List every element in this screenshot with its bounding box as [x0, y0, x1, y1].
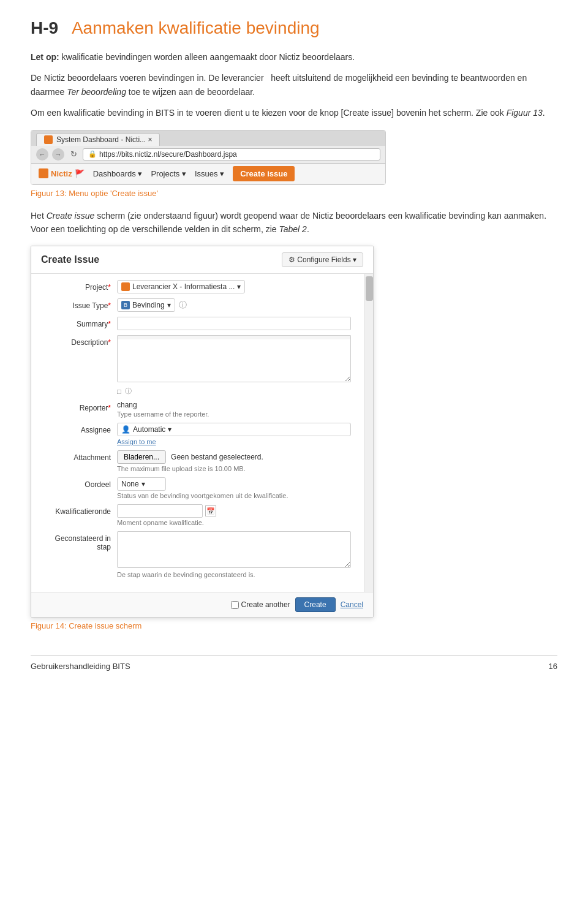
create-another-label: Create another [241, 600, 290, 609]
description-toolbar [117, 335, 351, 339]
summary-input[interactable] [117, 317, 351, 330]
dialog-scrollbar[interactable] [364, 274, 373, 592]
dialog-title: Create Issue [41, 254, 99, 265]
dialog-scrollbar-thumb [366, 276, 373, 301]
figure-13-caption: Figuur 13: Menu optie 'Create issue' [31, 189, 557, 198]
dialog-body-wrapper: Project* Leverancier X - Informatiesta .… [31, 274, 373, 592]
project-label: Project* [43, 280, 117, 292]
issuetype-value: Bevinding [132, 301, 165, 309]
project-field: Leverancier X - Informatiesta ... ▾ [117, 280, 351, 293]
issuetype-dropdown-arrow: ▾ [167, 301, 171, 309]
oordeel-label: Oordeel [43, 477, 117, 489]
reporter-field: chang Type username of the reporter. [117, 401, 351, 418]
lock-icon: 🔒 [88, 150, 97, 158]
cancel-button[interactable]: Cancel [341, 600, 363, 609]
paragraph-4: Het Create issue scherm (zie onderstaand… [31, 209, 557, 236]
paragraph-2: De Nictiz beoordelaars voeren bevindinge… [31, 71, 557, 99]
oordeel-select[interactable]: None ▾ [117, 477, 166, 491]
assignee-field: 👤 Automatic ▾ Assign to me [117, 423, 351, 445]
configure-fields-button[interactable]: ⚙ Configure Fields ▾ [282, 252, 363, 267]
browse-button[interactable]: Bladeren... [117, 450, 166, 464]
create-button[interactable]: Create [295, 597, 336, 612]
menu-dashboards[interactable]: Dashboards ▾ [93, 169, 143, 178]
assignee-label: Assignee [43, 423, 117, 434]
reporter-label: Reporter* [43, 401, 117, 412]
browser-back-btn[interactable]: ← [36, 148, 48, 161]
assignee-value: Automatic [133, 425, 165, 434]
browser-address-bar: ← → ↻ 🔒 https://bits.nictiz.nl/secure/Da… [31, 146, 385, 164]
dialog-body: Project* Leverancier X - Informatiesta .… [31, 274, 373, 592]
browser-tab[interactable]: System Dashboard - Nicti... × [36, 133, 160, 146]
attachment-label: Attachment [43, 450, 117, 462]
browser-reload-btn[interactable]: ↻ [68, 149, 79, 160]
page-title: H-9 Aanmaken kwalificatie bevinding [31, 18, 557, 38]
dialog-header: Create Issue ⚙ Configure Fields ▾ [31, 246, 373, 274]
kwal-row: 📅 [117, 504, 351, 518]
description-textarea[interactable] [117, 339, 351, 382]
browser-url: https://bits.nictiz.nl/secure/Dashboard.… [99, 150, 237, 159]
oordeel-field: None ▾ Status van de bevinding voortgeko… [117, 477, 351, 499]
dialog-footer: Create another Create Cancel [31, 592, 373, 617]
browser-forward-btn[interactable]: → [52, 148, 64, 161]
attachment-row: Bladeren... Geen bestand geselecteerd. [117, 450, 351, 464]
geconstateerd-textarea[interactable] [117, 531, 351, 568]
project-value: Leverancier X - Informatiesta ... [132, 282, 235, 291]
menu-dashboards-label: Dashboards ▾ [93, 169, 143, 178]
browser-tab-text: System Dashboard - Nicti... × [56, 135, 152, 144]
form-row-attachment: Attachment Bladeren... Geen bestand gese… [43, 450, 361, 472]
page-footer: Gebruikershandleiding BITS 16 [31, 655, 557, 671]
para1-bold: Let op: [31, 52, 59, 62]
calendar-icon[interactable]: 📅 [205, 505, 216, 516]
create-issue-button[interactable]: Create issue [233, 166, 295, 181]
issuetype-select[interactable]: B Bevinding ▾ [117, 298, 175, 312]
issue-type-icon: B [121, 301, 130, 309]
menu-issues[interactable]: Issues ▾ [195, 169, 224, 178]
kwalificatieronde-input[interactable] [117, 504, 203, 518]
no-file-text: Geen bestand geselecteerd. [171, 453, 263, 461]
create-another-checkbox[interactable] [231, 601, 239, 609]
project-select[interactable]: Leverancier X - Informatiesta ... ▾ [117, 280, 245, 293]
project-select-row: Leverancier X - Informatiesta ... ▾ [117, 280, 351, 293]
figure-14-dialog: Create Issue ⚙ Configure Fields ▾ Projec… [31, 246, 374, 618]
kwal-hint: Moment opname kwalificatie. [117, 519, 351, 526]
menu-projects-label: Projects ▾ [151, 169, 186, 178]
attachment-field: Bladeren... Geen bestand geselecteerd. T… [117, 450, 351, 472]
browser-tab-favicon [44, 135, 53, 144]
menu-projects[interactable]: Projects ▾ [151, 169, 186, 178]
footer-left: Gebruikershandleiding BITS [31, 662, 130, 671]
assignee-dropdown-arrow: ▾ [168, 425, 172, 434]
form-row-description: Description* □ ⓘ [43, 335, 361, 396]
form-row-kwalificatieronde: Kwalificatieronde 📅 Moment opname kwalif… [43, 504, 361, 526]
para3-text: Om een kwalificatie bevinding in BITS in… [31, 108, 545, 118]
para4-text: Het Create issue scherm (zie onderstaand… [31, 211, 546, 234]
browser-tab-bar: System Dashboard - Nicti... × [31, 130, 385, 146]
description-label: Description* [43, 335, 117, 347]
description-help[interactable]: ⓘ [125, 387, 132, 396]
project-icon [121, 282, 130, 291]
form-row-summary: Summary* [43, 317, 361, 330]
form-row-issuetype: Issue Type* B Bevinding ▾ ⓘ [43, 298, 361, 312]
paragraph-3: Om een kwalificatie bevinding in BITS in… [31, 106, 557, 119]
assignee-select[interactable]: 👤 Automatic ▾ [117, 423, 351, 436]
assign-to-me-link[interactable]: Assign to me [117, 438, 351, 445]
paragraph-1: Let op: kwalificatie bevindingen worden … [31, 50, 557, 64]
file-size-hint: The maximum file upload size is 10.00 MB… [117, 465, 351, 472]
issuetype-help-icon[interactable]: ⓘ [179, 300, 187, 311]
kwalificatieronde-field: 📅 Moment opname kwalificatie. [117, 504, 351, 526]
browser-url-box[interactable]: 🔒 https://bits.nictiz.nl/secure/Dashboar… [83, 148, 380, 161]
para1-text: kwalificatie bevindingen worden alleen a… [62, 52, 355, 62]
reporter-value: chang [117, 401, 351, 409]
browser-toolbar: Nictiz 🚩 Dashboards ▾ Projects ▾ Issues … [31, 164, 385, 184]
reporter-hint: Type username of the reporter. [117, 410, 351, 418]
geconstateerd-label: Geconstateerd in stap [43, 531, 117, 551]
para2-main: De Nictiz beoordelaars voeren bevindinge… [31, 73, 527, 96]
footer-right: 16 [549, 662, 557, 671]
oordeel-hint: Status van de bevinding voortgekomen uit… [117, 492, 351, 499]
form-row-oordeel: Oordeel None ▾ Status van de bevinding v… [43, 477, 361, 499]
form-row-assignee: Assignee 👤 Automatic ▾ Assign to me [43, 423, 361, 445]
form-row-reporter: Reporter* chang Type username of the rep… [43, 401, 361, 418]
menu-issues-label: Issues ▾ [195, 169, 224, 178]
browser-app-logo: Nictiz 🚩 [39, 168, 85, 178]
summary-field [117, 317, 351, 330]
heading-h: H-9 [31, 18, 58, 37]
